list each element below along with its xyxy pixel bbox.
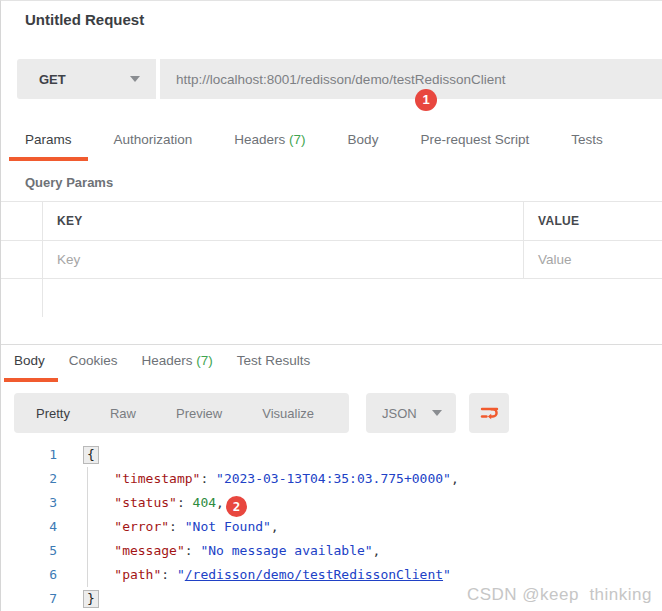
row-checkbox-cell[interactable] bbox=[1, 241, 43, 278]
code-line: 1{ bbox=[1, 443, 662, 467]
code-line: 4 "error": "Not Found", bbox=[1, 515, 662, 539]
response-tabs: Body Cookies Headers (7) Test Results bbox=[14, 353, 662, 378]
value-input[interactable]: Value bbox=[523, 241, 662, 278]
code-token: , bbox=[373, 543, 381, 558]
value-column-header: VALUE bbox=[523, 202, 662, 240]
tab-label: Body bbox=[14, 353, 45, 368]
code-line: 3 "status": 404,2 bbox=[1, 491, 662, 515]
key-input[interactable]: Key bbox=[43, 241, 523, 278]
tab-label: Tests bbox=[571, 132, 603, 147]
response-divider bbox=[1, 344, 662, 345]
line-number: 1 bbox=[1, 443, 57, 467]
view-mode-pretty[interactable]: Pretty bbox=[16, 406, 90, 421]
code-content: "path": "/redisson/demo/testRedissonClie… bbox=[83, 563, 451, 587]
code-token: "Not Found" bbox=[185, 519, 271, 534]
line-number: 5 bbox=[1, 539, 57, 563]
headers-count: (7) bbox=[289, 132, 306, 147]
code-token: : bbox=[200, 471, 216, 486]
key-placeholder: Key bbox=[57, 252, 80, 267]
code-token: : bbox=[177, 495, 193, 510]
row-checkbox-cell bbox=[1, 279, 43, 317]
code-content: "timestamp": "2023-03-13T04:35:03.775+00… bbox=[83, 467, 459, 491]
tab-label: Body bbox=[348, 132, 379, 147]
code-content: { bbox=[83, 443, 99, 467]
table-header-row: KEY VALUE bbox=[1, 202, 662, 240]
chevron-down-icon bbox=[130, 76, 140, 82]
request-title: Untitled Request bbox=[25, 11, 144, 28]
code-token: "message" bbox=[114, 543, 184, 558]
code-content: "error": "Not Found", bbox=[83, 515, 279, 539]
response-toolbar: Pretty Raw Preview Visualize JSON bbox=[14, 393, 509, 433]
chevron-down-icon bbox=[432, 410, 442, 416]
code-token: : bbox=[185, 543, 201, 558]
code-token: "path" bbox=[114, 567, 161, 582]
view-mode-visualize[interactable]: Visualize bbox=[242, 406, 334, 421]
tab-label: Authorization bbox=[114, 132, 193, 147]
wrap-text-button[interactable] bbox=[469, 393, 509, 433]
code-token: , bbox=[271, 519, 279, 534]
method-label: GET bbox=[39, 72, 66, 87]
watermark: CSDN @keep thinking bbox=[467, 585, 652, 605]
url-input[interactable]: http://localhost:8001/redisson/demo/test… bbox=[160, 59, 662, 99]
method-dropdown[interactable]: GET bbox=[17, 59, 156, 99]
value-placeholder: Value bbox=[538, 252, 572, 267]
annotation-badge-1: 1 bbox=[415, 89, 437, 111]
line-number: 7 bbox=[1, 587, 57, 611]
response-tab-test-results[interactable]: Test Results bbox=[237, 353, 311, 378]
code-token: "error" bbox=[114, 519, 169, 534]
format-dropdown[interactable]: JSON bbox=[366, 393, 456, 433]
code-token: : bbox=[169, 519, 185, 534]
code-line: 2 "timestamp": "2023-03-13T04:35:03.775+… bbox=[1, 467, 662, 491]
tab-pre-request-script[interactable]: Pre-request Script bbox=[420, 132, 529, 157]
code-token: { bbox=[83, 446, 99, 464]
tab-headers[interactable]: Headers (7) bbox=[234, 132, 305, 157]
code-token: "timestamp" bbox=[114, 471, 200, 486]
view-mode-switcher: Pretty Raw Preview Visualize bbox=[14, 393, 349, 433]
code-token: " bbox=[177, 567, 185, 582]
code-token: "No message available" bbox=[200, 543, 372, 558]
line-number: 6 bbox=[1, 563, 57, 587]
code-token: , bbox=[451, 471, 459, 486]
tab-tests[interactable]: Tests bbox=[571, 132, 603, 157]
code-token: " bbox=[443, 567, 451, 582]
code-token: } bbox=[83, 590, 99, 608]
tab-label: Params bbox=[25, 132, 72, 147]
code-token: : bbox=[161, 567, 177, 582]
line-number: 4 bbox=[1, 515, 57, 539]
format-label: JSON bbox=[382, 406, 417, 421]
tab-label: Pre-request Script bbox=[420, 132, 529, 147]
wrap-text-icon bbox=[480, 405, 499, 421]
code-line: 6 "path": "/redisson/demo/testRedissonCl… bbox=[1, 563, 662, 587]
response-tab-cookies[interactable]: Cookies bbox=[69, 353, 118, 378]
response-tab-headers[interactable]: Headers (7) bbox=[142, 353, 213, 378]
code-token: 404 bbox=[193, 495, 216, 510]
line-number: 3 bbox=[1, 491, 57, 515]
code-content: "message": "No message available", bbox=[83, 539, 380, 563]
tab-label: Headers bbox=[142, 353, 197, 368]
table-empty-row bbox=[1, 279, 662, 317]
tab-label: Test Results bbox=[237, 353, 311, 368]
code-token: , bbox=[216, 495, 224, 510]
url-text: http://localhost:8001/redisson/demo/test… bbox=[176, 72, 505, 87]
view-mode-raw[interactable]: Raw bbox=[90, 406, 156, 421]
request-url-bar: GET http://localhost:8001/redisson/demo/… bbox=[17, 59, 662, 99]
indent-guide bbox=[87, 467, 88, 587]
tab-authorization[interactable]: Authorization bbox=[114, 132, 193, 157]
view-mode-preview[interactable]: Preview bbox=[156, 406, 242, 421]
tab-params[interactable]: Params bbox=[25, 132, 72, 157]
path-link[interactable]: /redisson/demo/testRedissonClient bbox=[185, 567, 443, 582]
code-token: "status" bbox=[114, 495, 177, 510]
tab-body[interactable]: Body bbox=[348, 132, 379, 157]
code-content: "status": 404,2 bbox=[83, 491, 247, 517]
response-tab-body[interactable]: Body bbox=[14, 353, 45, 378]
tab-label: Cookies bbox=[69, 353, 118, 368]
headers-count: (7) bbox=[196, 353, 213, 368]
table-row: Key Value bbox=[1, 240, 662, 279]
select-column-header bbox=[1, 202, 43, 240]
tab-label: Headers bbox=[234, 132, 289, 147]
code-token: "2023-03-13T04:35:03.775+0000" bbox=[216, 471, 451, 486]
line-number: 2 bbox=[1, 467, 57, 491]
query-params-label: Query Params bbox=[25, 175, 113, 190]
code-content: } bbox=[83, 587, 99, 611]
code-line: 5 "message": "No message available", bbox=[1, 539, 662, 563]
